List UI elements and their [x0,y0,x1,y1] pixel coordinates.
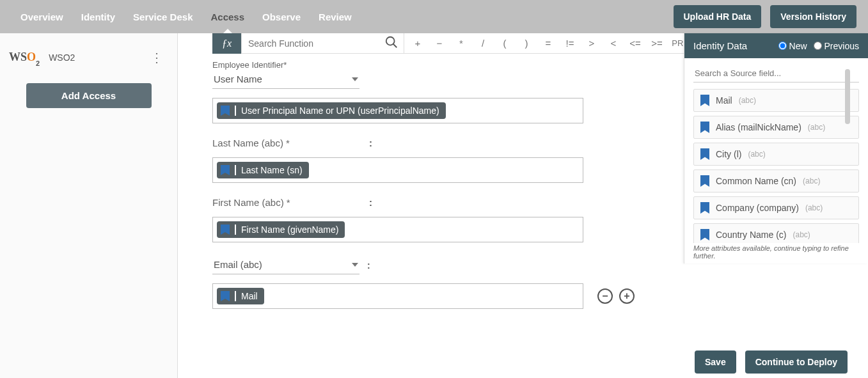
more-attributes-hint: More attributes available, continue typi… [693,243,859,260]
sidebar: WSO2 WSO2 ⋮ Add Access [0,33,178,378]
email-expression[interactable]: Mail [212,283,583,309]
op-gte[interactable]: >= [646,38,668,49]
list-item[interactable]: Country Name (c)(abc) [693,223,859,243]
upload-hr-data-button[interactable]: Upload HR Data [674,5,762,28]
add-access-button[interactable]: Add Access [26,83,152,108]
svg-line-1 [393,43,397,47]
token-first-name[interactable]: First Name (givenName) [217,221,345,238]
email-select[interactable]: Email (abc) [212,256,359,274]
app-name: WSO2 [49,52,75,63]
nav-tabs: Overview Identity Service Desk Access Ob… [12,0,674,33]
email-label: Email (abc) [214,259,262,270]
bookmark-icon [700,95,709,106]
fx-icon[interactable]: ƒx [212,33,242,54]
token-last-name[interactable]: Last Name (sn) [217,162,309,178]
bookmark-icon [221,224,230,235]
version-history-button[interactable]: Version History [770,5,856,28]
op-mult[interactable]: * [450,38,472,49]
tab-access[interactable]: Access [201,0,253,33]
nav-actions: Upload HR Data Version History [674,5,857,28]
remove-mapping-button[interactable]: − [597,288,613,304]
op-minus[interactable]: − [429,38,450,49]
tab-identity[interactable]: Identity [72,0,124,33]
bookmark-icon [221,291,230,301]
token-upn[interactable]: User Principal Name or UPN (userPrincipa… [217,102,446,119]
save-button[interactable]: Save [695,350,736,374]
radio-previous[interactable]: Previous [814,41,859,51]
top-nav: Overview Identity Service Desk Access Ob… [0,0,868,33]
bookmark-icon [700,175,709,187]
tab-overview[interactable]: Overview [12,0,72,33]
list-item[interactable]: Alias (mailNickName)(abc) [693,116,859,139]
source-field-search-input[interactable] [693,65,859,83]
first-name-label: First Name (abc) * [212,197,290,208]
bookmark-icon [221,165,230,175]
panel-scrollbar[interactable] [845,69,850,124]
first-name-expression[interactable]: First Name (givenName) [212,217,583,242]
footer-actions: Save Continue to Deploy [695,350,848,374]
colon: : [367,260,370,271]
colon: : [369,138,590,148]
op-lt[interactable]: < [603,38,624,49]
bookmark-icon [700,122,709,133]
op-rparen[interactable]: ) [516,38,537,49]
op-neq[interactable]: != [559,38,581,49]
radio-new[interactable]: New [778,41,807,51]
svg-point-0 [386,36,395,45]
tab-service-desk[interactable]: Service Desk [124,0,201,33]
tab-observe[interactable]: Observe [253,0,310,33]
search-icon[interactable] [384,35,398,49]
employee-identifier-expression[interactable]: User Principal Name or UPN (userPrincipa… [212,98,583,123]
identity-data-title: Identity Data [693,40,747,51]
list-item[interactable]: Common Name (cn)(abc) [693,169,859,193]
bookmark-icon [700,229,709,240]
chevron-down-icon [352,77,358,81]
list-item[interactable]: City (l)(abc) [693,143,859,166]
kebab-icon[interactable]: ⋮ [145,47,168,68]
op-lparen[interactable]: ( [494,38,516,49]
identity-data-panel: Identity Data New Previous Mail(abc) Ali… [684,33,868,264]
continue-to-deploy-button[interactable]: Continue to Deploy [745,350,848,374]
function-search [242,33,404,54]
op-gt[interactable]: > [581,38,603,49]
last-name-expression[interactable]: Last Name (sn) [212,157,583,183]
employee-identifier-select[interactable]: User Name [212,71,359,89]
chevron-down-icon [352,263,358,267]
op-plus[interactable]: + [407,38,429,49]
add-mapping-button[interactable]: + [619,288,635,304]
list-item[interactable]: Mail(abc) [693,89,859,112]
op-lte[interactable]: <= [624,38,646,49]
colon: : [369,197,590,208]
bookmark-icon [700,148,709,160]
employee-identifier-value: User Name [214,74,262,84]
bookmark-icon [221,106,230,116]
token-mail[interactable]: Mail [217,288,264,304]
function-search-input[interactable] [242,38,383,49]
wso2-logo: WSO2 [9,51,40,65]
tab-review[interactable]: Review [310,0,361,33]
bookmark-icon [700,202,709,214]
last-name-label: Last Name (abc) * [212,138,290,148]
source-field-list[interactable]: Mail(abc) Alias (mailNickName)(abc) City… [693,89,859,243]
app-row[interactable]: WSO2 WSO2 ⋮ [0,42,177,73]
op-eq[interactable]: = [537,38,559,49]
op-div[interactable]: / [472,38,494,49]
list-item[interactable]: Company (company)(abc) [693,196,859,219]
